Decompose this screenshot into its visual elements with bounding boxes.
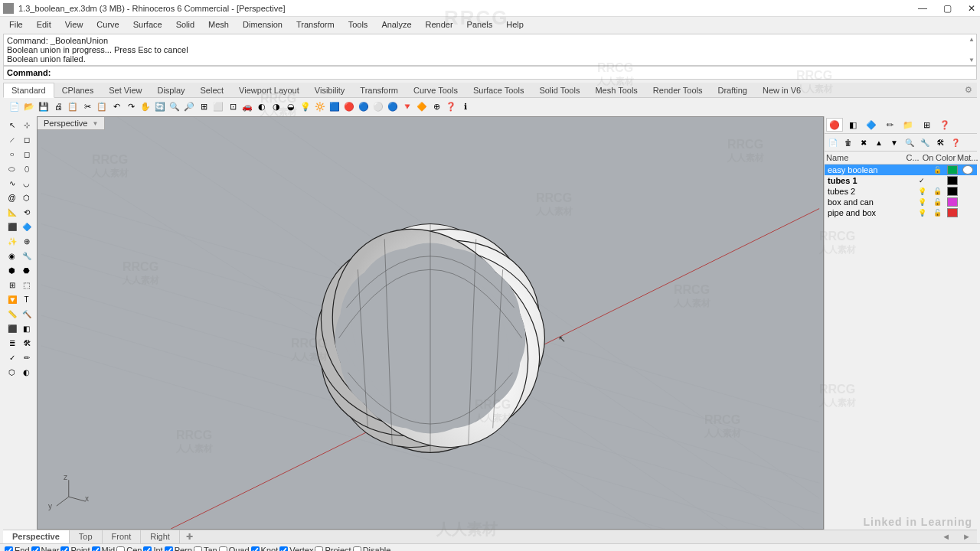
ribbon-tab-standard[interactable]: Standard (3, 83, 54, 98)
menu-tools[interactable]: Tools (342, 18, 374, 31)
osnap-near[interactable]: Near (31, 546, 60, 551)
layer-row[interactable]: box and can💡🔓 (825, 197, 977, 207)
left-tool-6[interactable]: ⬭ (5, 161, 19, 176)
panel-tab-3[interactable]: ✏ (881, 118, 898, 132)
toolbar-icon-14[interactable]: ⬜ (211, 99, 225, 113)
toolbar-icon-18[interactable]: ◑ (270, 99, 283, 113)
viewport-tab-front[interactable]: Front (103, 530, 142, 543)
command-line[interactable]: Command: (3, 66, 977, 80)
menu-curve[interactable]: Curve (90, 18, 125, 31)
toolbar-icon-17[interactable]: ◐ (255, 99, 269, 113)
layer-tool-0[interactable]: 📄 (826, 135, 840, 149)
left-tool-21[interactable]: ⬣ (19, 263, 34, 278)
viewport-canvas[interactable] (38, 117, 823, 529)
left-tool-20[interactable]: ⬢ (5, 263, 19, 278)
left-tool-11[interactable]: ⬡ (19, 191, 34, 205)
toolbar-icon-20[interactable]: 💡 (299, 99, 312, 113)
ribbon-tab-cplanes[interactable]: CPlanes (54, 83, 102, 97)
viewport-tab-right[interactable]: Right (141, 530, 180, 543)
ribbon-gear-icon[interactable]: ⚙ (960, 83, 977, 97)
toolbar-icon-13[interactable]: ⊞ (197, 99, 211, 113)
toolbar-icon-30[interactable]: ❓ (444, 99, 458, 113)
ribbon-tab-surface-tools[interactable]: Surface Tools (466, 83, 531, 97)
toolbar-icon-27[interactable]: 🔻 (400, 99, 414, 113)
left-tool-32[interactable]: ✓ (5, 350, 19, 365)
toolbar-icon-0[interactable]: 📄 (8, 99, 21, 113)
left-tool-17[interactable]: ⊕ (19, 234, 34, 249)
toolbar-icon-23[interactable]: 🔴 (342, 99, 356, 113)
menu-render[interactable]: Render (420, 18, 459, 31)
layer-lock-icon[interactable]: 🔓 (929, 166, 945, 174)
toolbar-icon-24[interactable]: 🔵 (357, 99, 371, 113)
osnap-int[interactable]: Int (143, 546, 162, 551)
left-tool-15[interactable]: 🔷 (19, 220, 34, 234)
panel-tab-0[interactable]: 🔴 (826, 118, 843, 132)
left-tool-13[interactable]: ⟲ (19, 205, 34, 220)
toolbar-icon-7[interactable]: ↶ (109, 99, 123, 113)
scroll-down-icon[interactable]: ▼ (969, 57, 975, 64)
menu-file[interactable]: File (3, 18, 29, 31)
osnap-perp[interactable]: Perp (165, 546, 192, 551)
toolbar-icon-25[interactable]: ⚪ (371, 99, 385, 113)
viewport-dropdown-icon[interactable]: ▼ (92, 120, 98, 127)
layer-current-icon[interactable]: 💡 (914, 198, 929, 206)
ribbon-tab-set-view[interactable]: Set View (101, 83, 149, 97)
toolbar-icon-19[interactable]: ◒ (284, 99, 298, 113)
panel-tab-2[interactable]: 🔷 (863, 118, 880, 132)
osnap-mid[interactable]: Mid (92, 546, 116, 551)
layer-tool-3[interactable]: ▲ (872, 135, 886, 149)
left-tool-18[interactable]: ◉ (5, 249, 19, 263)
osnap-tan[interactable]: Tan (194, 546, 217, 551)
layer-row[interactable]: pipe and box💡🔓 (825, 207, 977, 218)
toolbar-icon-28[interactable]: 🔶 (415, 99, 429, 113)
left-tool-31[interactable]: 🛠 (19, 336, 34, 350)
viewport[interactable]: Perspective ▼ (37, 116, 824, 530)
toolbar-icon-31[interactable]: ℹ (459, 99, 472, 113)
toolbar-icon-8[interactable]: ↷ (124, 99, 138, 113)
osnap-disable[interactable]: Disable (353, 546, 391, 551)
left-tool-23[interactable]: ⬚ (19, 278, 34, 292)
toolbar-icon-11[interactable]: 🔍 (168, 99, 181, 113)
minimize-button[interactable]: — (917, 3, 928, 14)
left-tool-4[interactable]: ○ (5, 147, 19, 161)
layer-color-swatch[interactable] (947, 176, 958, 185)
toolbar-icon-9[interactable]: ✋ (139, 99, 152, 113)
left-tool-3[interactable]: ◻ (19, 132, 34, 147)
viewport-label[interactable]: Perspective ▼ (38, 117, 105, 130)
menu-solid[interactable]: Solid (170, 18, 201, 31)
layer-current-icon[interactable]: ✓ (914, 177, 929, 184)
left-tool-7[interactable]: ⬯ (19, 161, 34, 176)
toolbar-icon-10[interactable]: 🔄 (153, 99, 167, 113)
left-tool-25[interactable]: T (19, 292, 34, 307)
ribbon-tab-curve-tools[interactable]: Curve Tools (406, 83, 466, 97)
menu-panels[interactable]: Panels (461, 18, 499, 31)
toolbar-icon-1[interactable]: 📂 (22, 99, 36, 113)
ribbon-tab-solid-tools[interactable]: Solid Tools (531, 83, 587, 97)
layer-lock-icon[interactable]: 🔓 (929, 209, 945, 217)
osnap-knot[interactable]: Knot (251, 546, 279, 551)
toolbar-icon-12[interactable]: 🔎 (182, 99, 196, 113)
layer-row[interactable]: tubes 2💡🔓 (825, 186, 977, 197)
ribbon-tab-transform[interactable]: Transform (352, 83, 406, 97)
toolbar-icon-5[interactable]: ✂ (80, 99, 94, 113)
menu-mesh[interactable]: Mesh (202, 18, 235, 31)
left-tool-22[interactable]: ⊞ (5, 278, 19, 292)
ribbon-tab-select[interactable]: Select (193, 83, 232, 97)
menu-surface[interactable]: Surface (127, 18, 168, 31)
toolbar-icon-21[interactable]: 🔆 (313, 99, 327, 113)
left-tool-16[interactable]: ✨ (5, 234, 19, 249)
toolbar-icon-26[interactable]: 🔵 (386, 99, 400, 113)
panel-tab-1[interactable]: ◧ (844, 118, 861, 132)
left-tool-9[interactable]: ◡ (19, 176, 34, 191)
left-tool-14[interactable]: ⬛ (5, 220, 19, 234)
left-tool-0[interactable]: ↖ (5, 118, 19, 132)
left-tool-10[interactable]: @ (5, 191, 19, 205)
layer-color-swatch[interactable] (947, 187, 958, 196)
left-tool-2[interactable]: ⟋ (5, 132, 19, 147)
add-viewport-button[interactable]: ✚ (180, 530, 199, 543)
layer-tool-2[interactable]: ✖ (857, 135, 871, 149)
maximize-button[interactable]: ▢ (942, 3, 952, 14)
toolbar-icon-15[interactable]: ⊡ (226, 99, 240, 113)
layer-tool-5[interactable]: 🔍 (903, 135, 916, 149)
layer-row[interactable]: easy boolean🔓 (825, 165, 977, 175)
